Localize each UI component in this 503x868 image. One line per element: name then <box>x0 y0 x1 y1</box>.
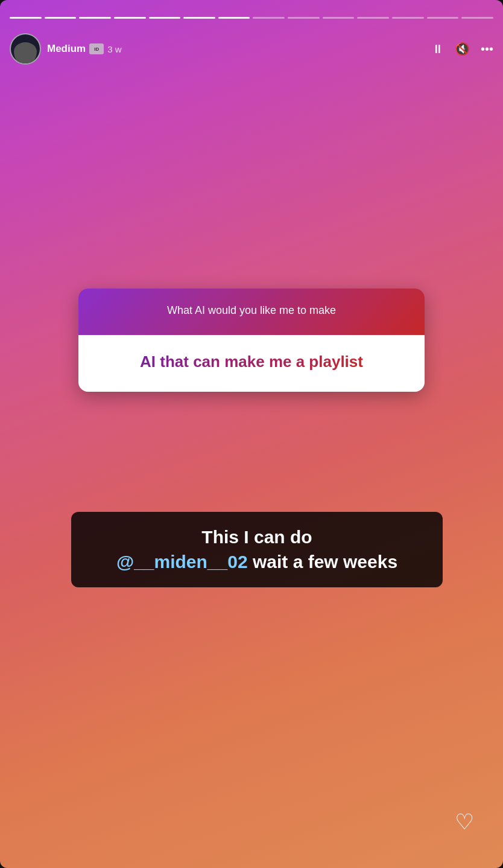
progress-bar-container <box>10 17 493 19</box>
mute-icon[interactable]: 🔇 <box>455 42 470 56</box>
progress-segment-7 <box>218 17 250 19</box>
story-header: Medium ID 3 w ⏸ 🔇 ••• <box>10 33 493 65</box>
progress-segment-1 <box>10 17 42 19</box>
response-mention[interactable]: @__miden__02 <box>116 552 248 572</box>
avatar-silhouette <box>14 42 37 65</box>
poll-card: What AI would you like me to make AI tha… <box>78 289 425 392</box>
response-text: This I can do @__miden__02 wait a few we… <box>116 527 397 572</box>
heart-icon-container[interactable]: ♡ <box>455 811 474 833</box>
progress-segment-4 <box>114 17 146 19</box>
poll-question-text: What AI would you like me to make <box>167 304 336 316</box>
progress-segment-5 <box>149 17 181 19</box>
avatar[interactable] <box>10 33 41 65</box>
response-text-part2: wait a few weeks <box>253 552 397 572</box>
poll-question-section: What AI would you like me to make <box>78 289 425 335</box>
progress-segment-12 <box>392 17 424 19</box>
story-container: Medium ID 3 w ⏸ 🔇 ••• What AI would you … <box>0 0 503 868</box>
header-info: Medium ID 3 w <box>47 43 432 55</box>
progress-segment-10 <box>323 17 355 19</box>
heart-icon[interactable]: ♡ <box>455 809 474 834</box>
id-badge: ID <box>89 43 104 54</box>
more-options-icon[interactable]: ••• <box>481 42 493 56</box>
poll-answer-section[interactable]: AI that can make me a playlist <box>78 335 425 392</box>
progress-segment-14 <box>461 17 493 19</box>
poll-answer-text: AI that can make me a playlist <box>140 353 363 371</box>
time-ago: 3 w <box>107 44 121 54</box>
progress-segment-2 <box>45 17 77 19</box>
response-text-part1: This I can do <box>201 527 312 547</box>
header-controls: ⏸ 🔇 ••• <box>432 42 493 56</box>
progress-segment-8 <box>253 17 285 19</box>
pause-icon[interactable]: ⏸ <box>432 42 444 56</box>
progress-segment-6 <box>183 17 215 19</box>
username: Medium <box>47 43 86 55</box>
response-bubble: This I can do @__miden__02 wait a few we… <box>71 512 443 587</box>
progress-segment-9 <box>288 17 320 19</box>
progress-segment-11 <box>357 17 389 19</box>
progress-segment-3 <box>79 17 111 19</box>
progress-segment-13 <box>427 17 459 19</box>
